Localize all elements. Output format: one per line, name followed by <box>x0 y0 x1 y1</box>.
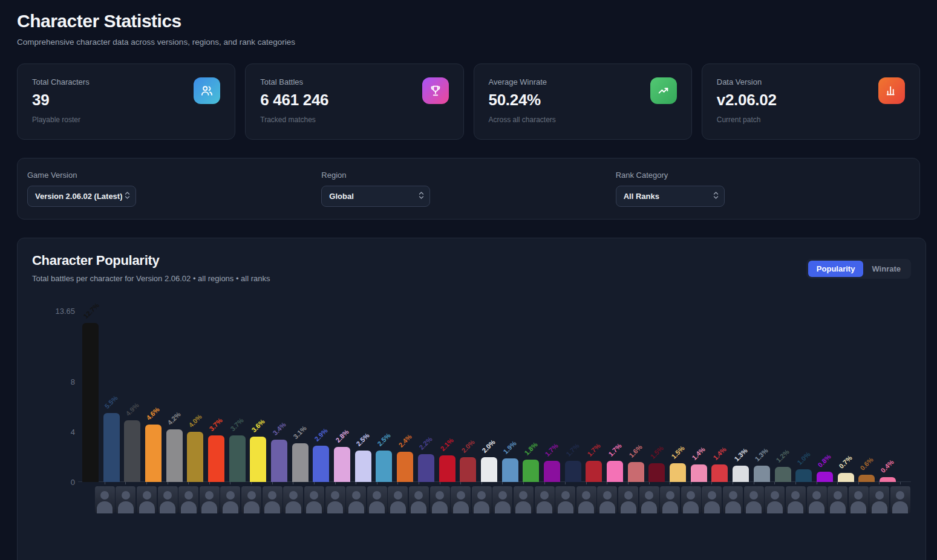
bar-value-label: 3.1% <box>292 425 308 440</box>
x-tick <box>774 482 775 484</box>
bar[interactable] <box>124 420 140 482</box>
tick-slot <box>765 482 786 484</box>
bar[interactable] <box>271 440 287 482</box>
bar[interactable] <box>292 443 309 482</box>
bar[interactable] <box>502 458 518 482</box>
select-value: Global <box>329 192 416 201</box>
bar[interactable] <box>628 462 644 482</box>
bar[interactable] <box>544 461 560 482</box>
bar[interactable] <box>103 413 120 482</box>
bar-value-label: 12.7% <box>82 301 101 320</box>
stat-card-total-characters: Total Characters 39 Playable roster <box>17 63 235 140</box>
bar[interactable] <box>397 452 413 482</box>
bar[interactable] <box>82 323 99 482</box>
bar[interactable] <box>565 461 581 482</box>
bar[interactable] <box>838 473 854 482</box>
bar[interactable] <box>229 435 246 482</box>
character-avatar <box>890 486 910 513</box>
tick-slot <box>408 482 429 484</box>
character-avatar <box>220 486 240 513</box>
stat-value: 39 <box>32 91 220 109</box>
x-tick <box>482 482 482 484</box>
tick-slot <box>869 482 890 484</box>
bar-slot: 0.8% <box>814 311 835 482</box>
x-tick <box>188 482 189 484</box>
bar[interactable] <box>754 466 770 482</box>
bar-value-label: 1.5% <box>670 444 685 460</box>
bar[interactable] <box>691 464 707 482</box>
character-avatar <box>597 486 617 513</box>
bar[interactable] <box>775 467 791 482</box>
bar[interactable] <box>607 461 623 482</box>
chevron-updown-icon <box>419 191 424 202</box>
character-avatar <box>849 486 869 513</box>
x-tick <box>817 482 817 484</box>
bar[interactable] <box>418 454 434 482</box>
bar[interactable] <box>481 457 497 482</box>
bar-slot: 4.0% <box>184 311 206 482</box>
bar[interactable] <box>145 425 162 482</box>
x-tick <box>691 482 691 484</box>
bar[interactable] <box>334 447 350 482</box>
bar[interactable] <box>355 451 371 482</box>
tick-slot <box>304 482 325 484</box>
character-avatar <box>325 486 345 513</box>
bar-slot: 2.5% <box>374 311 395 482</box>
x-tick <box>586 482 587 484</box>
game-version-select[interactable]: Version 2.06.02 (Latest) <box>27 186 136 207</box>
bar[interactable] <box>166 429 183 482</box>
filter-label: Rank Category <box>616 171 910 180</box>
bar[interactable] <box>187 432 203 482</box>
bar-value-label: 0.6% <box>858 456 874 472</box>
tick-slot <box>136 482 157 484</box>
bar[interactable] <box>313 446 329 482</box>
bar[interactable] <box>439 455 455 482</box>
bar[interactable] <box>711 464 728 482</box>
bar[interactable] <box>817 472 833 482</box>
bar[interactable] <box>795 469 812 482</box>
x-tick <box>125 482 126 484</box>
avatar-slot <box>827 486 848 513</box>
tick-slot <box>157 482 178 484</box>
y-tick-label: 8 <box>71 377 75 386</box>
stat-label: Total Characters <box>32 77 220 86</box>
bar-slot: 2.0% <box>478 311 500 482</box>
rank-category-select[interactable]: All Ranks <box>616 186 725 207</box>
bar[interactable] <box>670 463 686 482</box>
tick-slot <box>806 482 828 484</box>
chart-subtitle: Total battles per character for Version … <box>32 274 270 283</box>
bar-slot: 1.0% <box>793 311 814 482</box>
x-tick <box>733 482 733 484</box>
popularity-tab[interactable]: Popularity <box>808 261 864 277</box>
bar[interactable] <box>460 457 476 482</box>
winrate-tab[interactable]: Winrate <box>863 261 909 277</box>
avatar-slot <box>325 486 346 513</box>
stat-sub: Tracked matches <box>260 116 448 124</box>
bar-slot: 1.7% <box>541 311 563 482</box>
chevron-updown-icon <box>125 191 130 202</box>
stat-label: Average Winrate <box>489 77 677 86</box>
character-avatar <box>744 486 764 513</box>
bar[interactable] <box>880 477 896 482</box>
bar-slot: 1.7% <box>584 311 605 482</box>
select-value: Version 2.06.02 (Latest) <box>35 192 122 201</box>
bar[interactable] <box>250 437 266 482</box>
tick-slot <box>827 482 848 484</box>
filters-panel: Game Version Version 2.06.02 (Latest) Re… <box>17 158 920 220</box>
character-avatar <box>576 486 596 513</box>
stat-sub: Playable roster <box>32 116 220 124</box>
region-select[interactable]: Global <box>321 186 430 207</box>
tick-slot <box>513 482 534 484</box>
bar[interactable] <box>648 463 665 482</box>
bar[interactable] <box>208 435 224 482</box>
x-tick <box>795 482 796 484</box>
avatar-slot <box>136 486 157 513</box>
avatar-slot <box>345 486 367 513</box>
bar[interactable] <box>523 460 539 482</box>
x-tick <box>105 482 105 484</box>
bar[interactable] <box>586 461 602 482</box>
bar[interactable] <box>376 451 392 482</box>
bar[interactable] <box>733 466 749 482</box>
x-tick <box>209 482 210 484</box>
bar[interactable] <box>858 475 875 482</box>
